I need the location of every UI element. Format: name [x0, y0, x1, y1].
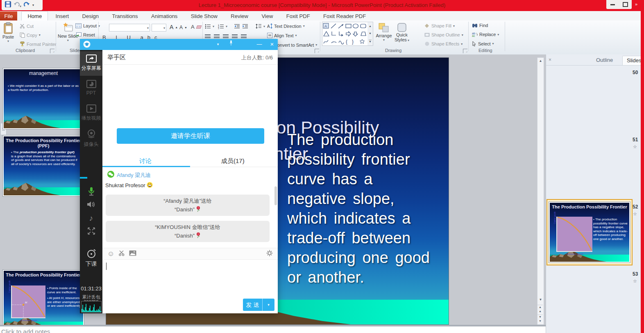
find-button[interactable]: Find [472, 23, 488, 28]
align-text-button[interactable]: Align Text ▾ [267, 33, 297, 38]
shapes-gallery[interactable]: A {} [322, 22, 368, 46]
tab-transitions[interactable]: Transitions [106, 11, 143, 21]
tab-insert[interactable]: Insert [50, 11, 75, 21]
microphone-button[interactable] [80, 186, 102, 198]
tab-design[interactable]: Design [77, 11, 104, 21]
shape-fill-button[interactable]: Shape Fill▾ [424, 23, 455, 28]
emoji-icon[interactable]: ☺ [107, 250, 114, 258]
next-slide-button[interactable]: ▼▼ [537, 315, 543, 324]
chat-scrollbar-thumb[interactable] [274, 186, 277, 205]
restore-window-icon[interactable] [623, 2, 628, 7]
notes-pane[interactable]: Click to add notes [0, 326, 546, 333]
end-class-clock-icon [86, 248, 97, 258]
shapes-gallery-scroll[interactable]: ▲▼▼ [367, 22, 373, 46]
thumb50-bullet: • We might consider it as a part of the … [8, 84, 80, 92]
paste-button[interactable]: Paste ▾ [2, 22, 14, 43]
sidebar-camera[interactable]: 摄像头 [80, 129, 102, 148]
thumb52-x-axis-label: Consumer goods [557, 253, 592, 255]
slide-thumbnail-51[interactable]: The Production Possibility Frontier (PPF… [2, 135, 84, 197]
tab-discussion[interactable]: 讨论 [139, 157, 152, 165]
invite-students-button[interactable]: 邀请学生听课 [117, 128, 264, 144]
reset-button[interactable]: Reset [75, 32, 95, 37]
thumb53-y-axis-label: Capital goods [8, 280, 11, 293]
fullscreen-button[interactable] [80, 227, 102, 236]
titlebar-dropdown-icon[interactable]: ▾ [213, 39, 223, 50]
end-class-button[interactable]: 下课 [80, 248, 102, 268]
thumb52-bullet: • The production possibility frontier cu… [593, 217, 628, 241]
clear-formatting-button[interactable]: A [191, 24, 201, 30]
resource-waveform [81, 301, 102, 313]
font-name-combobox[interactable]: ▾ [109, 24, 150, 32]
numbering-button[interactable]: 123 ▾ [218, 24, 227, 29]
screenshot-scissors-icon[interactable] [118, 250, 125, 258]
fullscreen-icon [87, 227, 95, 235]
chat-message: Shukrat Profesor [105, 182, 153, 189]
slide-thumbnail-52[interactable]: The Production Possibility Frontier Capi… [549, 202, 630, 263]
tab-members[interactable]: 成员(17) [221, 157, 245, 165]
chat-settings-gear-icon[interactable] [266, 250, 273, 258]
shape-outline-button[interactable]: Shape Outline▾ [424, 32, 463, 37]
decrease-font-button[interactable]: A▼ [179, 25, 187, 30]
pin-icon[interactable] [226, 39, 236, 50]
classroom-app-titlebar[interactable]: ▾ — × [80, 39, 278, 50]
tab-home[interactable]: Home [21, 11, 48, 21]
send-options-caret-icon[interactable]: ▾ [262, 299, 274, 311]
chat-input[interactable] [102, 260, 278, 299]
minimize-window-icon[interactable] [610, 4, 615, 5]
image-icon[interactable] [129, 250, 136, 258]
tab-animations[interactable]: Animations [145, 11, 183, 21]
text-direction-icon: A [267, 23, 272, 29]
slide-thumbnail-50[interactable]: management • We might consider it as a p… [2, 68, 84, 129]
slide-thumbnail-53[interactable]: The Production Possibility Frontier H Ca… [2, 270, 84, 331]
clipboard-dialog-launcher[interactable]: ⌟ [50, 49, 54, 53]
bullets-button[interactable]: ▾ [205, 24, 214, 29]
alignment-buttons[interactable] [205, 34, 247, 39]
minimize-app-icon[interactable]: — [254, 39, 265, 50]
tab-review[interactable]: Review [225, 11, 254, 21]
font-size-combobox[interactable]: ▾ [152, 24, 166, 32]
format-painter-button[interactable]: Format Painter [20, 41, 57, 47]
scroll-up-icon[interactable]: ▲ [537, 58, 544, 64]
layout-button[interactable]: Layout ▾ [75, 23, 100, 28]
tab-slide-show[interactable]: Slide Show [185, 11, 223, 21]
workspace-scrollbar[interactable]: ▲ [537, 57, 544, 325]
sidebar-ppt[interactable]: PPT [80, 80, 102, 96]
paragraph-dialog-launcher[interactable]: ⌟ [315, 49, 319, 53]
line-spacing-icon [256, 24, 262, 29]
increase-indent-button[interactable] [243, 24, 248, 29]
shape-effects-button[interactable]: Shape Effects▾ [424, 41, 463, 46]
stage-count: 上台人数: 0/6 [241, 54, 273, 61]
speaker-button[interactable] [80, 201, 102, 209]
chat-tabs: 讨论 成员(17) [102, 155, 278, 167]
cut-button[interactable]: Cut [20, 23, 34, 29]
replace-button[interactable]: abac Replace▾ [472, 32, 499, 37]
music-button[interactable]: ♪ [80, 214, 102, 223]
sidebar-share-screen[interactable]: 分享屏幕 [80, 51, 102, 76]
new-slide-icon [62, 22, 73, 34]
close-panel-icon[interactable]: × [549, 57, 551, 63]
text-direction-button[interactable]: A Text Direction ▾ [267, 23, 305, 29]
sidebar-play-video[interactable]: 播放视频 [80, 104, 102, 122]
chat-user-name[interactable]: Afandy 梁凡迪 [117, 172, 151, 179]
tab-foxit-pdf[interactable]: Foxit PDF [281, 11, 316, 21]
previous-slide-button[interactable]: ▲▲ [537, 305, 543, 314]
tab-file[interactable]: File [0, 11, 17, 21]
increase-font-button[interactable]: A▲ [170, 24, 178, 30]
quick-styles-button[interactable]: Quick Styles ▾ [393, 23, 410, 42]
line-spacing-button[interactable]: ▾ [256, 24, 265, 29]
close-app-icon[interactable]: × [267, 39, 277, 50]
tab-outline[interactable]: Outline [592, 56, 617, 65]
arrange-button[interactable]: Arrange ▾ [375, 23, 392, 42]
copy-button[interactable]: Copy ▾ [20, 32, 41, 38]
select-button[interactable]: Select▾ [472, 41, 494, 46]
tab-foxit-reader-pdf[interactable]: Foxit Reader PDF [317, 11, 372, 21]
send-button[interactable]: 发 送 [243, 299, 262, 311]
drawing-dialog-launcher[interactable]: ⌟ [463, 49, 467, 53]
shape-outline-icon [424, 32, 430, 37]
decrease-indent-button[interactable] [234, 24, 240, 29]
scroll-down-icon[interactable]: ▼ [537, 297, 544, 303]
thumb50-number: 50 [633, 70, 638, 75]
tab-view[interactable]: View [256, 11, 279, 21]
arrange-icon [378, 23, 390, 33]
notes-placeholder: Click to add notes [1, 328, 50, 333]
